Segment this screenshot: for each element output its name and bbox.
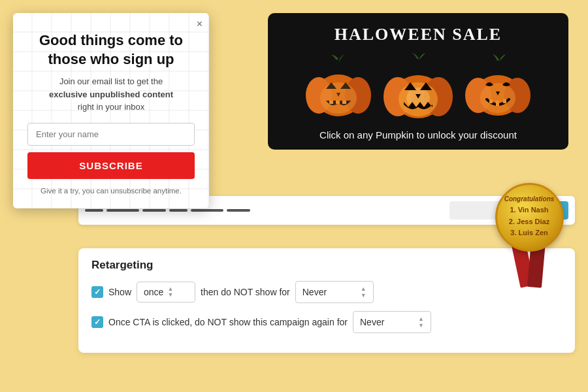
svg-point-3 (320, 82, 357, 114)
svg-rect-23 (489, 99, 493, 103)
svg-rect-24 (496, 101, 499, 106)
show-label: Show (108, 287, 131, 297)
nav-dot-2 (106, 209, 139, 212)
popup-close-button[interactable]: × (197, 18, 203, 30)
row2-never-arrows: ▲ ▼ (418, 316, 424, 329)
retargeting-row-2: Once CTA is clicked, do NOT show this ca… (91, 311, 562, 333)
popup-subtitle: Join our email list to get the exclusive… (27, 75, 195, 114)
then-label: then do NOT show for (201, 287, 290, 297)
name-input[interactable] (27, 123, 195, 146)
svg-rect-25 (503, 99, 506, 103)
pumpkin-2[interactable] (382, 51, 454, 123)
nav-dots (85, 209, 250, 212)
pumpkin-1[interactable] (302, 51, 374, 123)
nav-dot-3 (142, 209, 166, 212)
ribbon-wrapper: Congratulations 1. Vin Nash 2. Jess Diaz… (495, 183, 564, 252)
nav-dot-1 (85, 209, 103, 212)
svg-rect-8 (336, 101, 340, 104)
badge-entry-2: 2. Jess Diaz (509, 216, 549, 228)
row1-never-value: Never (302, 287, 327, 297)
pumpkin-3[interactable] (462, 51, 534, 123)
row1-never-select[interactable]: Never ▲ ▼ (295, 281, 374, 303)
badge-container: Congratulations 1. Vin Nash 2. Jess Diaz… (490, 183, 568, 252)
pumpkins-row (281, 51, 555, 123)
row2-never-select[interactable]: Never ▲ ▼ (353, 311, 431, 333)
retargeting-panel: Retargeting Show once ▲ ▼ then do NOT sh… (78, 248, 575, 353)
subscribe-button[interactable]: SUBSCRIBE (27, 152, 195, 179)
nav-dot-5 (191, 209, 223, 212)
retargeting-row-1: Show once ▲ ▼ then do NOT show for Never… (91, 281, 562, 303)
once-arrows: ▲ ▼ (167, 286, 173, 298)
popup-title: Good things come to those who sign up (27, 31, 195, 69)
nav-dot-4 (169, 209, 188, 212)
badge-entry-1: 1. Vin Nash (510, 204, 548, 216)
nav-dot-6 (227, 209, 250, 212)
svg-point-21 (480, 83, 515, 113)
retargeting-title: Retargeting (91, 259, 562, 272)
svg-rect-9 (342, 101, 346, 104)
badge-circle: Congratulations 1. Vin Nash 2. Jess Diaz… (495, 183, 564, 252)
badge-congrats: Congratulations (504, 195, 555, 203)
show-once-checkbox[interactable] (91, 286, 103, 298)
popup-footer: Give it a try, you can unsubscribe anyti… (27, 186, 195, 197)
row2-never-value: Never (360, 317, 384, 327)
once-spinner[interactable]: once ▲ ▼ (137, 282, 195, 302)
signup-popup: × Good things come to those who sign up … (13, 13, 209, 208)
cta-clicked-label: Once CTA is clicked, do NOT show this ca… (108, 317, 348, 327)
halloween-banner: HALOWEEN SALE (268, 13, 568, 150)
row1-never-arrows: ▲ ▼ (361, 286, 367, 299)
svg-rect-7 (329, 101, 333, 104)
badge-entry-3: 3. Luis Zen (510, 227, 547, 239)
halloween-cta: Click on any Pumpkin to unlock your disc… (281, 129, 555, 140)
cta-clicked-checkbox[interactable] (91, 316, 103, 328)
halloween-title: HALOWEEN SALE (281, 25, 555, 44)
once-value: once (144, 287, 163, 297)
